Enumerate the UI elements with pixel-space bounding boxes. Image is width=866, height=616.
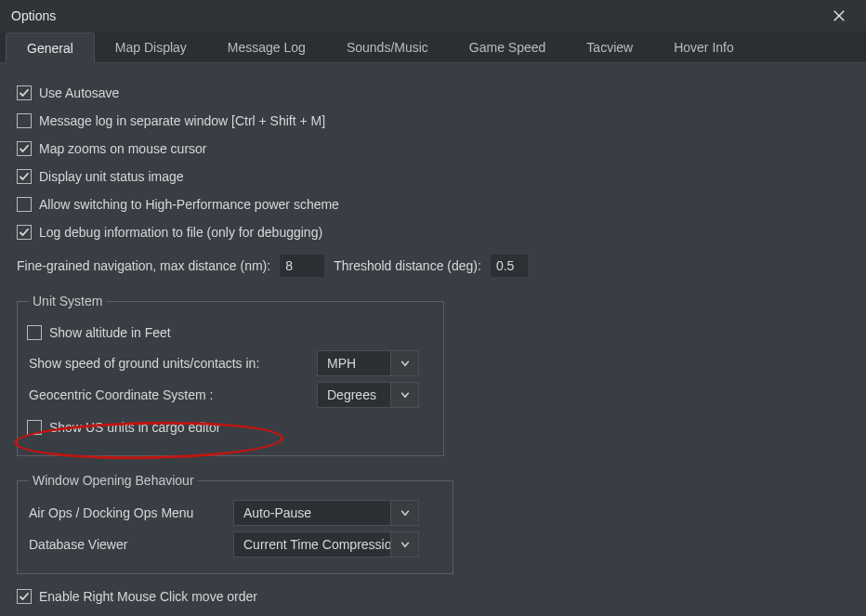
label-msglog-window: Message log in separate window [Ctrl + S… [39, 113, 325, 128]
label-high-perf: Allow switching to High-Performance powe… [39, 197, 339, 212]
label-us-units-cargo: Show US units in cargo editor [49, 420, 220, 435]
nav-distance-input[interactable] [280, 255, 324, 277]
tab-sounds-music[interactable]: Sounds/Music [326, 32, 449, 62]
label-database-viewer: Database Viewer [29, 537, 233, 552]
chevron-down-icon [400, 507, 411, 518]
select-database-viewer[interactable]: Current Time Compressio [233, 531, 419, 557]
select-coord-system[interactable]: Degrees [317, 382, 419, 408]
label-speed-units: Show speed of ground units/contacts in: [29, 356, 317, 371]
label-enable-rmc: Enable Right Mouse Click move order [39, 589, 257, 604]
label-display-unit-status: Display unit status image [39, 169, 184, 184]
chevron-down-icon [400, 539, 411, 550]
chevron-down-icon [400, 358, 411, 369]
select-speed-units[interactable]: MPH [317, 350, 419, 376]
select-speed-units-button[interactable] [390, 351, 418, 375]
nav-distance-label: Fine-grained navigation, max distance (n… [17, 258, 270, 273]
window-title: Options [11, 8, 823, 23]
label-airops-menu: Air Ops / Docking Ops Menu [29, 505, 233, 520]
label-altitude-feet: Show altitude in Feet [49, 325, 171, 340]
label-map-zoom-cursor: Map zooms on mouse cursor [39, 141, 207, 156]
tab-tacview[interactable]: Tacview [566, 32, 653, 62]
tab-game-speed[interactable]: Game Speed [449, 32, 567, 62]
select-speed-units-value: MPH [318, 351, 390, 375]
checkbox-altitude-feet[interactable] [27, 325, 42, 340]
options-dialog: Options General Map Display Message Log … [0, 0, 866, 616]
legend-unit-system: Unit System [29, 294, 106, 308]
tab-map-display[interactable]: Map Display [95, 32, 207, 62]
threshold-distance-input[interactable] [491, 255, 528, 277]
fieldset-unit-system: Unit System Show altitude in Feet Show s… [17, 294, 444, 456]
select-coord-system-button[interactable] [390, 383, 418, 407]
checkbox-us-units-cargo[interactable] [27, 420, 42, 435]
checkbox-log-debug[interactable] [17, 225, 32, 240]
legend-window-behaviour: Window Opening Behaviour [29, 473, 198, 488]
tabstrip: General Map Display Message Log Sounds/M… [0, 32, 866, 63]
checkbox-map-zoom-cursor[interactable] [17, 141, 32, 156]
tab-content-general: Use Autosave Message log in separate win… [0, 63, 866, 616]
tab-message-log[interactable]: Message Log [207, 32, 326, 62]
threshold-distance-label: Threshold distance (deg): [334, 258, 481, 273]
select-database-viewer-button[interactable] [390, 532, 418, 557]
checkbox-msglog-window[interactable] [17, 113, 32, 128]
close-icon [833, 9, 846, 22]
checkbox-high-perf[interactable] [17, 197, 32, 212]
fieldset-window-behaviour: Window Opening Behaviour Air Ops / Docki… [17, 473, 453, 574]
select-airops-menu[interactable]: Auto-Pause [233, 500, 419, 526]
label-coord-system: Geocentric Coordinate System : [29, 387, 317, 402]
checkbox-display-unit-status[interactable] [17, 169, 32, 184]
select-database-viewer-value: Current Time Compressio [234, 532, 390, 557]
select-coord-system-value: Degrees [318, 383, 390, 407]
select-airops-menu-value: Auto-Pause [234, 501, 390, 525]
close-button[interactable] [823, 0, 855, 32]
checkbox-autosave[interactable] [17, 85, 32, 100]
tab-hover-info[interactable]: Hover Info [653, 32, 754, 62]
label-autosave: Use Autosave [39, 85, 119, 100]
titlebar: Options [0, 0, 866, 32]
tab-general[interactable]: General [6, 33, 95, 63]
select-airops-menu-button[interactable] [390, 501, 418, 525]
label-log-debug: Log debug information to file (only for … [39, 225, 322, 240]
checkbox-enable-rmc[interactable] [17, 589, 32, 604]
chevron-down-icon [400, 389, 411, 400]
